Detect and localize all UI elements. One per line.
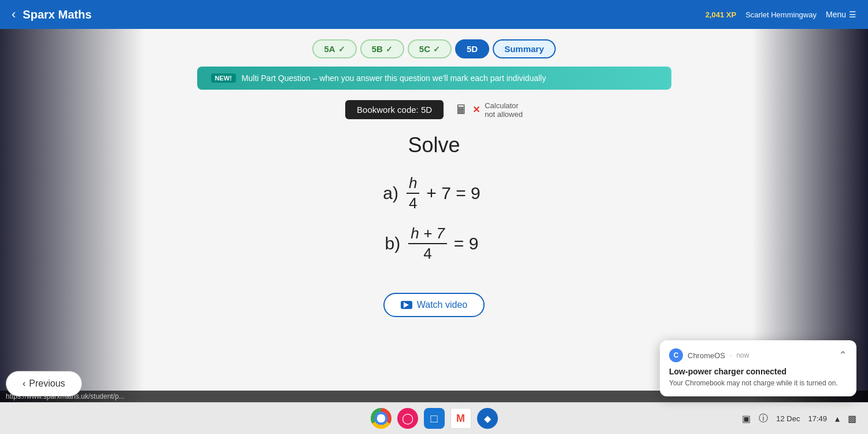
numerator-a: h <box>407 175 419 194</box>
notification-header: C ChromeOS · now ⌃ <box>669 348 847 362</box>
wifi-icon[interactable]: ▴ <box>835 413 840 424</box>
tab-5D[interactable]: 5D <box>455 39 489 58</box>
chromeos-notification: C ChromeOS · now ⌃ Low-power charger con… <box>660 340 856 396</box>
taskbar-right: ▣ ⓘ 12 Dec 17:49 ▴ ▩ <box>742 413 856 425</box>
battery-icon: ▩ <box>848 413 856 424</box>
watch-video-label: Watch video <box>417 300 467 310</box>
calculator-text: Calculator not allowed <box>485 101 523 119</box>
tab-5B-check: ✓ <box>386 45 393 54</box>
part-b-label: b) <box>385 234 401 253</box>
previous-button[interactable]: ‹ Previous <box>6 371 82 396</box>
tab-summary[interactable]: Summary <box>493 39 555 58</box>
previous-chevron: ‹ <box>23 378 25 389</box>
calculator-x-icon: ✕ <box>472 104 480 115</box>
tab-summary-label: Summary <box>504 44 544 54</box>
calculator-label: Calculator <box>485 101 523 110</box>
tab-5A-check: ✓ <box>338 45 345 54</box>
top-bar: ‹ Sparx Maths 2,041 XP Scarlet Hemmingwa… <box>0 0 868 29</box>
tab-5A-label: 5A <box>324 44 335 54</box>
taskbar: ◯ □ M ◆ ▣ ⓘ 12 Dec 17:49 ▴ ▩ <box>0 402 868 434</box>
xp-display: 2,041 XP <box>706 10 737 19</box>
watch-video-button[interactable]: Watch video <box>383 293 485 317</box>
video-icon <box>401 301 412 309</box>
menu-button[interactable]: Menu ☰ <box>826 10 856 19</box>
fraction-a: h 4 <box>407 175 419 211</box>
play-triangle <box>404 302 409 308</box>
taskbar-date: 12 Dec <box>776 414 800 423</box>
meet-icon[interactable]: ◯ <box>397 408 418 429</box>
notification-left: C ChromeOS · now <box>669 348 749 362</box>
tab-5C-check: ✓ <box>433 45 440 54</box>
calculator-status: not allowed <box>485 110 523 119</box>
numerator-b: h + 7 <box>408 225 447 244</box>
equation-rest-b: = 9 <box>454 234 479 253</box>
taskbar-app-icons: ◯ □ M ◆ <box>371 408 498 429</box>
notification-app: ChromeOS <box>688 351 725 360</box>
banner-text: Multi Part Question – when you answer th… <box>242 73 546 83</box>
equation-part-b: b) h + 7 4 = 9 <box>383 225 485 262</box>
taskbar-time: 17:49 <box>808 414 827 423</box>
tab-5D-label: 5D <box>467 44 478 54</box>
notification-title: Low-power charger connected <box>669 367 847 376</box>
previous-label: Previous <box>29 378 65 389</box>
gmail-icon[interactable]: M <box>450 408 471 429</box>
user-name: Scarlet Hemmingway <box>745 10 817 19</box>
notification-dot: · <box>730 351 732 359</box>
calculator-icon: 🖩 <box>455 102 468 117</box>
denominator-b: 4 <box>421 244 434 262</box>
bookwork-row: Bookwork code: 5D 🖩 ✕ Calculator not all… <box>345 100 523 119</box>
bookwork-code: Bookwork code: 5D <box>345 100 444 119</box>
tab-5C-label: 5C <box>419 44 430 54</box>
screen-icon[interactable]: ▣ <box>742 413 751 424</box>
info-icon[interactable]: ⓘ <box>759 413 768 425</box>
tab-5B[interactable]: 5B ✓ <box>360 39 404 58</box>
menu-label: Menu <box>826 10 846 19</box>
top-right-info: 2,041 XP Scarlet Hemmingway Menu ☰ <box>706 10 856 19</box>
tab-5A[interactable]: 5A ✓ <box>312 39 356 58</box>
app5-icon[interactable]: ◆ <box>477 408 498 429</box>
notification-body: Your Chromebook may not charge while it … <box>669 378 847 388</box>
equation-rest-a: + 7 = 9 <box>426 183 480 203</box>
chrome-icon[interactable] <box>371 408 391 429</box>
equation-part-a: a) h 4 + 7 = 9 <box>383 175 485 211</box>
new-badge: New! <box>211 73 236 83</box>
calculator-info: 🖩 ✕ Calculator not allowed <box>455 101 523 119</box>
app-title: Sparx Maths <box>23 8 705 21</box>
tab-navigation: 5A ✓ 5B ✓ 5C ✓ 5D Summary <box>312 39 555 58</box>
question-area: Solve a) h 4 + 7 = 9 b) h + 7 4 = 9 <box>383 133 485 275</box>
back-button[interactable]: ‹ <box>12 7 16 22</box>
info-banner: New! Multi Part Question – when you answ… <box>197 67 671 90</box>
tab-5B-label: 5B <box>372 44 383 54</box>
denominator-a: 4 <box>407 194 419 212</box>
menu-icon: ☰ <box>849 10 856 19</box>
notification-close-button[interactable]: ⌃ <box>839 349 847 362</box>
fraction-b: h + 7 4 <box>408 225 447 262</box>
question-instruction: Solve <box>383 133 485 157</box>
chromeos-icon: C <box>669 348 683 362</box>
chat-icon[interactable]: □ <box>424 408 445 429</box>
tab-5C[interactable]: 5C ✓ <box>408 39 452 58</box>
notification-time: now <box>736 351 749 359</box>
part-a-label: a) <box>383 183 398 203</box>
